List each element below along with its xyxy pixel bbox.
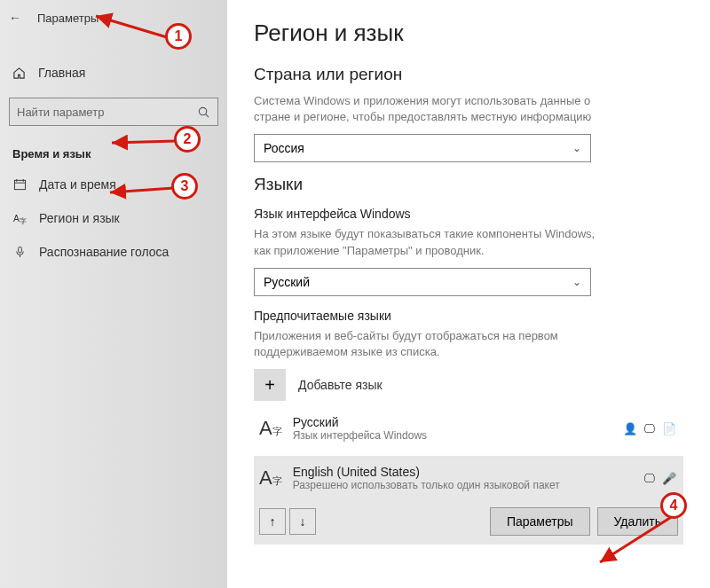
region-heading: Страна или регион xyxy=(254,65,683,84)
region-select[interactable]: Россия ⌄ xyxy=(254,134,591,162)
callout-3: 3 xyxy=(171,173,198,200)
language-name: Русский xyxy=(293,415,623,429)
add-language-label: Добавьте язык xyxy=(298,378,383,392)
main-content: Регион и язык Страна или регион Система … xyxy=(227,0,710,588)
microphone-icon xyxy=(12,246,27,259)
language-icon: A字 xyxy=(12,212,27,225)
preferred-description: Приложения и веб-сайты будут отображатьс… xyxy=(254,328,609,360)
language-glyph-icon: A字 xyxy=(259,466,282,490)
home-icon xyxy=(12,67,26,80)
move-down-button[interactable]: ↓ xyxy=(289,508,316,535)
search-box[interactable] xyxy=(9,98,218,126)
search-icon xyxy=(197,106,210,119)
sidebar: ← Параметры Главная Время и язык Дата и … xyxy=(0,0,227,588)
preferred-label: Предпочитаемые языки xyxy=(254,309,683,323)
nav-label: Распознавание голоса xyxy=(39,245,169,259)
display-lang-label: Язык интерфейса Windows xyxy=(254,207,683,221)
display-lang-value: Русский xyxy=(264,275,310,289)
back-icon[interactable]: ← xyxy=(9,11,21,25)
chevron-down-icon: ⌄ xyxy=(572,276,581,288)
add-language-button[interactable]: + xyxy=(254,369,286,401)
language-actions-bar: ↑ ↓ Параметры Удалить xyxy=(254,500,683,545)
language-name: English (United States) xyxy=(293,465,644,479)
plus-icon: + xyxy=(264,375,275,396)
callout-4: 4 xyxy=(660,492,687,519)
sidebar-item-speech[interactable]: Распознавание голоса xyxy=(0,235,227,269)
display-lang-description: На этом языке будут показываться такие к… xyxy=(254,226,609,258)
languages-heading: Языки xyxy=(254,175,683,194)
move-up-button[interactable]: ↑ xyxy=(259,508,286,535)
svg-rect-8 xyxy=(18,247,21,253)
sidebar-item-region-language[interactable]: A字 Регион и язык xyxy=(0,201,227,235)
page-title: Регион и язык xyxy=(254,20,683,47)
svg-point-0 xyxy=(199,107,206,114)
language-options-button[interactable]: Параметры xyxy=(490,507,590,536)
sidebar-header: ← Параметры xyxy=(0,0,227,32)
home-label: Главная xyxy=(38,66,85,80)
language-subtitle: Разрешено использовать только один языко… xyxy=(293,479,644,491)
arrow-up-icon: ↑ xyxy=(270,514,276,529)
language-subtitle: Язык интерфейса Windows xyxy=(293,429,623,442)
chevron-down-icon: ⌄ xyxy=(572,142,581,154)
nav-label: Дата и время xyxy=(39,177,116,192)
callout-1: 1 xyxy=(165,23,192,50)
language-item-english[interactable]: A字 English (United States) Разрешено исп… xyxy=(254,456,683,500)
calendar-icon xyxy=(12,178,27,192)
svg-line-1 xyxy=(206,114,209,116)
display-lang-select[interactable]: Русский ⌄ xyxy=(254,268,591,296)
search-input[interactable] xyxy=(17,106,197,119)
language-item-russian[interactable]: A字 Русский Язык интерфейса Windows 👤 🖵 📄 xyxy=(254,406,683,451)
sidebar-home[interactable]: Главная xyxy=(0,57,227,89)
svg-text:字: 字 xyxy=(19,217,26,225)
region-value: Россия xyxy=(264,141,304,155)
svg-rect-2 xyxy=(14,180,25,189)
callout-2: 2 xyxy=(174,126,201,153)
language-feature-icons: 🖵 🎤 xyxy=(643,472,678,485)
region-description: Система Windows и приложения могут испол… xyxy=(254,93,609,125)
add-language-row: + Добавьте язык xyxy=(254,369,683,401)
arrow-down-icon: ↓ xyxy=(300,514,306,529)
language-feature-icons: 👤 🖵 📄 xyxy=(623,422,678,435)
language-glyph-icon: A字 xyxy=(259,417,282,440)
header-title: Параметры xyxy=(37,12,99,25)
nav-label: Регион и язык xyxy=(39,211,120,225)
